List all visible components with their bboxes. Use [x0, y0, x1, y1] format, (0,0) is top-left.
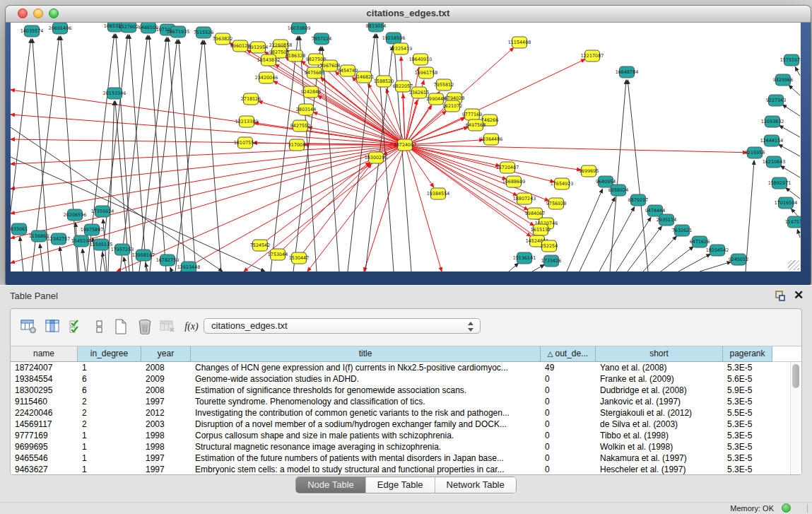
graph-node[interactable]: 20364486: [480, 134, 503, 145]
graph-node[interactable]: 9329966: [773, 74, 793, 86]
graph-node[interactable]: 19975887: [81, 224, 104, 235]
cell-in-degree[interactable]: 1: [78, 430, 141, 441]
cell-in-degree[interactable]: 1: [78, 362, 141, 373]
graph-edge[interactable]: [797, 229, 800, 238]
graph-node[interactable]: 1733426: [541, 255, 561, 267]
cell-title[interactable]: Structural magnetic resonance image aver…: [191, 441, 541, 452]
graph-node[interactable]: 8427552: [290, 120, 310, 132]
graph-edge[interactable]: [746, 160, 754, 271]
cell-in-degree[interactable]: 1: [78, 452, 141, 464]
graph-edge[interactable]: [59, 247, 63, 271]
function-builder-button[interactable]: f(x): [182, 317, 201, 336]
cell-out-de-[interactable]: 0: [541, 396, 596, 407]
graph-edge[interactable]: [11, 39, 31, 271]
table-row[interactable]: 946362711997Embryonic stem cells: a mode…: [11, 464, 801, 475]
cell-short[interactable]: Nakamura et al. (1997): [596, 452, 723, 464]
graph-node[interactable]: 6958924: [608, 185, 628, 196]
graph-node[interactable]: 19218506: [382, 33, 406, 44]
graph-node[interactable]: 20206596: [64, 209, 87, 221]
cell-out-de-[interactable]: 0: [541, 430, 596, 441]
table-row[interactable]: 969969511998Structural magnetic resonanc…: [11, 441, 801, 452]
table-row[interactable]: 2242004622012Investigating the contribut…: [11, 407, 801, 419]
graph-edge[interactable]: [567, 189, 603, 271]
graph-edge[interactable]: [779, 125, 800, 137]
graph-edge[interactable]: [307, 145, 405, 271]
graph-node[interactable]: 1167533: [785, 216, 801, 228]
cell-title[interactable]: Tourette syndrome. Phenomenology and cla…: [191, 396, 541, 407]
cell-year[interactable]: 2008: [141, 362, 191, 373]
graph-node[interactable]: 1588520: [374, 76, 394, 87]
graph-node[interactable]: 835061: [11, 223, 28, 235]
graph-edge[interactable]: [532, 264, 544, 271]
table-selector-dropdown[interactable]: citations_edges.txt: [204, 318, 481, 334]
graph-edge[interactable]: [83, 249, 86, 271]
graph-edge[interactable]: [628, 226, 661, 271]
cell-name[interactable]: 9465546: [11, 452, 78, 464]
cell-year[interactable]: 2009: [141, 373, 191, 385]
cell-pagerank[interactable]: 5.9E-5: [723, 385, 772, 396]
table-row[interactable]: 1456911722003Disruption of a novel membe…: [11, 419, 801, 430]
column-header-name[interactable]: name: [11, 346, 78, 362]
graph-node[interactable]: 12213389: [235, 116, 259, 127]
graph-edge[interactable]: [405, 145, 507, 179]
graph-node[interactable]: 1156863: [29, 230, 49, 242]
cell-name[interactable]: 9777169: [11, 430, 78, 441]
cell-in-degree[interactable]: 1: [78, 441, 141, 452]
cell-short[interactable]: Wolkin et al. (1998): [596, 441, 723, 452]
column-header-in-degree[interactable]: in_degree: [78, 346, 141, 362]
graph-node[interactable]: 15136141: [513, 252, 536, 264]
graph-edge[interactable]: [170, 267, 172, 271]
graph-node[interactable]: 10688609: [502, 176, 526, 187]
table-row[interactable]: 911546021997Tourette syndrome. Phenomeno…: [11, 396, 801, 407]
cell-title[interactable]: Estimation of significance thresholds fo…: [191, 385, 541, 396]
graph-edge[interactable]: [700, 262, 731, 271]
graph-edge[interactable]: [579, 197, 615, 271]
graph-edge[interactable]: [789, 85, 800, 95]
graph-edge[interactable]: [386, 88, 405, 145]
tab-network-table[interactable]: Network Table: [435, 477, 516, 493]
graph-node[interactable]: 15892971: [768, 177, 792, 189]
graph-node[interactable]: 8813054: [366, 23, 386, 32]
graph-node[interactable]: 11154408: [508, 37, 531, 48]
cell-out-de-[interactable]: 0: [541, 419, 596, 430]
cell-out-de-[interactable]: 0: [541, 407, 596, 419]
graph-edge[interactable]: [599, 207, 635, 271]
graph-node[interactable]: 8215958: [745, 147, 765, 158]
cell-in-degree[interactable]: 2: [78, 396, 141, 407]
graph-edge[interactable]: [405, 145, 747, 153]
graph-node[interactable]: 9146821: [354, 71, 374, 83]
graph-node[interactable]: 17654923: [551, 178, 574, 189]
graph-node[interactable]: 2935114: [657, 214, 676, 226]
graph-edge[interactable]: [117, 145, 405, 271]
cell-title[interactable]: Embryonic stem cells: a model to study s…: [191, 464, 541, 475]
cell-name[interactable]: 22420046: [11, 407, 78, 419]
graph-node[interactable]: 9245012: [729, 254, 748, 265]
graph-node[interactable]: 9227343: [766, 95, 786, 106]
graph-node[interactable]: 317006: [288, 139, 305, 151]
cell-pagerank[interactable]: 5.5E-5: [723, 407, 772, 419]
graph-node[interactable]: 18204542: [706, 245, 729, 256]
network-canvas[interactable]: 1403557420691406106532671527602646610010…: [11, 23, 801, 271]
cell-in-degree[interactable]: 6: [78, 373, 141, 385]
graph-edge[interactable]: [795, 67, 800, 76]
column-header-pagerank[interactable]: pagerank: [723, 346, 772, 362]
graph-node[interactable]: 1753044: [268, 249, 288, 260]
float-panel-icon[interactable]: [774, 290, 787, 303]
cell-in-degree[interactable]: 2: [78, 419, 141, 430]
graph-edge[interactable]: [780, 166, 800, 177]
graph-edge[interactable]: [40, 244, 43, 271]
graph-node[interactable]: 1621072: [442, 100, 462, 112]
cell-title[interactable]: Estimation of the future numbers of pati…: [191, 452, 541, 464]
column-header-short[interactable]: short: [596, 346, 723, 362]
graph-node[interactable]: 19384554: [427, 188, 450, 199]
cell-out-de-[interactable]: 0: [541, 441, 596, 452]
tab-node-table[interactable]: Node Table: [296, 477, 366, 493]
table-row[interactable]: 946554611997Estimation of the future num…: [11, 452, 801, 464]
graph-edge[interactable]: [124, 257, 126, 271]
graph-node[interactable]: 8912954: [248, 42, 268, 53]
cell-name[interactable]: 18724007: [11, 362, 78, 373]
graph-edge[interactable]: [405, 145, 554, 182]
graph-node[interactable]: 17957253: [111, 244, 134, 255]
cell-short[interactable]: Dudbridge et al. (2008): [596, 385, 723, 396]
graph-node[interactable]: 252254: [541, 240, 558, 252]
